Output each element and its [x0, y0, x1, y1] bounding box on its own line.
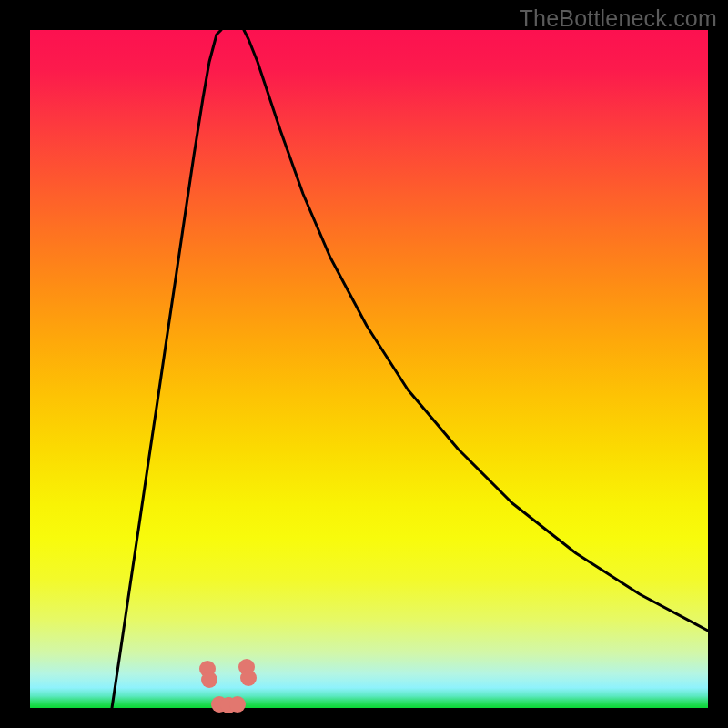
data-point-marker [229, 696, 246, 713]
chart-svg [30, 30, 708, 708]
annotation-blobs [199, 659, 257, 713]
frame: TheBottleneck.com [0, 0, 728, 728]
curve-left-branch [112, 30, 221, 708]
data-point-marker [201, 672, 217, 688]
watermark-text: TheBottleneck.com [520, 5, 717, 32]
curve-right-branch [244, 30, 708, 631]
data-point-marker [240, 670, 257, 686]
plot-area [30, 30, 708, 708]
